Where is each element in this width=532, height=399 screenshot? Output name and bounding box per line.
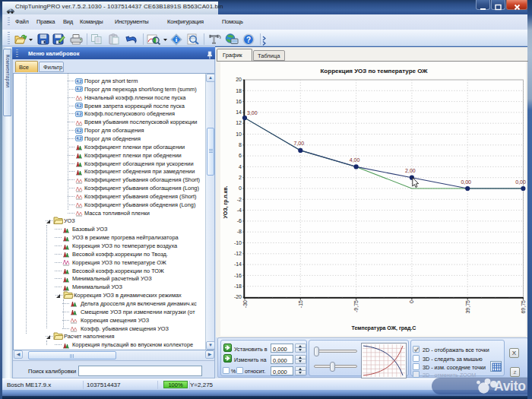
svg-text:12: 12 [236, 120, 242, 125]
svg-text:4.2: 4.2 [77, 87, 82, 91]
svg-text:4: 4 [239, 164, 242, 169]
svg-text:4.2: 4.2 [77, 79, 82, 84]
svg-text:18: 18 [236, 88, 242, 93]
svg-text:2: 2 [239, 175, 242, 180]
svg-text:-15: -15 [298, 300, 303, 308]
svg-text:0: 0 [409, 300, 414, 303]
svg-text:0,00: 0,00 [515, 179, 526, 185]
svg-text:4.2: 4.2 [77, 128, 82, 133]
svg-text:УОЗ, гр.п.кв.: УОЗ, гр.п.кв. [223, 185, 229, 218]
svg-text:10: 10 [236, 131, 242, 137]
svg-text:-12: -12 [234, 251, 242, 256]
svg-text:3,00: 3,00 [247, 110, 258, 116]
svg-text:-2: -2 [237, 197, 242, 202]
svg-text:39,75: 39,75 [465, 300, 470, 314]
svg-text:Коррекция УОЗ по температуре О: Коррекция УОЗ по температуре ОЖ [320, 68, 428, 74]
svg-text:-16: -16 [234, 273, 242, 278]
svg-text:-30: -30 [242, 300, 248, 308]
svg-text:?: ? [246, 36, 251, 44]
svg-text:-9,75: -9,75 [353, 300, 359, 312]
svg-text:-14: -14 [234, 261, 242, 267]
svg-text:-6: -6 [237, 218, 242, 223]
svg-text:4.2: 4.2 [77, 103, 82, 108]
svg-text:-18: -18 [234, 283, 242, 289]
svg-text:2,00: 2,00 [405, 168, 416, 173]
svg-text:4.2: 4.2 [77, 112, 82, 116]
svg-text:-4: -4 [237, 207, 242, 213]
svg-text:20: 20 [236, 77, 242, 82]
svg-text:Температура ОЖ, град.С: Температура ОЖ, град.С [352, 325, 416, 331]
svg-text:6: 6 [239, 153, 242, 158]
svg-text:14: 14 [236, 109, 242, 115]
svg-text:16: 16 [236, 99, 242, 104]
svg-text:7,00: 7,00 [293, 141, 304, 146]
svg-text:4.2: 4.2 [77, 136, 82, 141]
svg-text:4,00: 4,00 [350, 157, 360, 163]
svg-text:69,75: 69,75 [521, 300, 526, 314]
svg-text:0,00: 0,00 [461, 179, 471, 185]
svg-text:-8: -8 [237, 229, 242, 234]
svg-text:-20: -20 [234, 294, 242, 299]
svg-text:0: 0 [239, 185, 242, 191]
svg-text:8: 8 [239, 142, 242, 147]
svg-text:-10: -10 [234, 240, 242, 245]
